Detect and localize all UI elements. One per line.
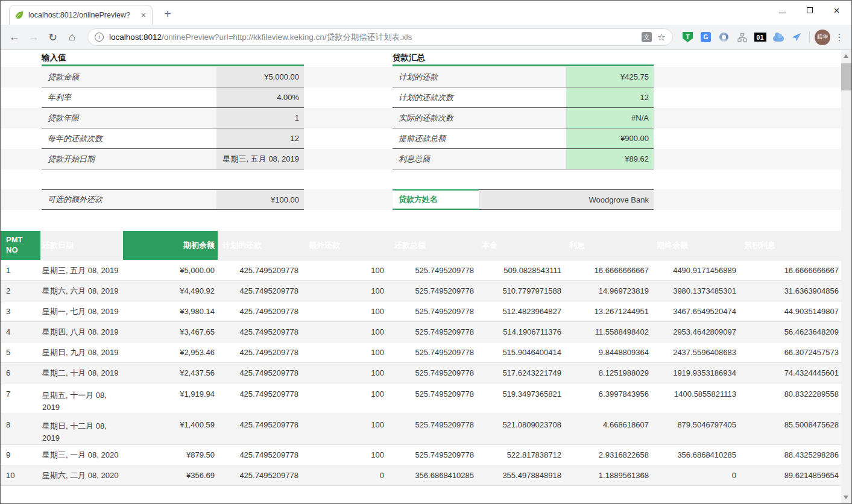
cell: 66.3072457573	[739, 342, 842, 362]
cell: 517.6243221749	[477, 363, 564, 383]
bookmark-star-icon[interactable]: ☆	[657, 31, 666, 43]
ring-extension-icon[interactable]	[716, 28, 732, 46]
input-row-value: 4.00%	[216, 87, 304, 108]
cell: 522.817838712	[477, 445, 564, 465]
close-window-button[interactable]: ×	[823, 2, 850, 19]
forward-button[interactable]: →	[25, 28, 42, 46]
cell: 80.8322289558	[739, 383, 842, 414]
maximize-icon	[807, 7, 813, 13]
input-table-title: 输入值	[42, 52, 66, 63]
cell: 3467.6549520474	[652, 301, 739, 321]
input-row-value: ¥5,000.00	[216, 67, 304, 87]
cell: 7	[1, 383, 40, 414]
tab-title: localhost:8012/onlinePreview?	[28, 11, 136, 19]
page-translate-icon[interactable]: 文	[642, 32, 652, 42]
window-controls: ×	[769, 2, 850, 19]
cell: 1919.9353186934	[652, 363, 739, 383]
cell: 星期六, 六月 08, 2019	[40, 281, 123, 301]
maximize-button[interactable]	[796, 2, 823, 19]
cell: 100	[304, 383, 390, 414]
browser-toolbar: ← → ↻ ⌂ i localhost:8012/onlinePreview?u…	[1, 25, 851, 50]
cell: 525.7495209778	[390, 301, 477, 321]
profile-avatar[interactable]: 精华	[815, 30, 830, 45]
cell: 5	[1, 342, 40, 362]
cell: ¥1,400.59	[123, 414, 218, 444]
scrollbar-thumb[interactable]	[841, 63, 851, 90]
input-row-value: 12	[216, 128, 304, 149]
cell: 100	[304, 301, 390, 321]
tab-close-icon[interactable]: ×	[140, 10, 147, 20]
cell: 44.9035149807	[739, 301, 842, 321]
site-info-icon[interactable]: i	[95, 33, 104, 42]
tampermonkey-extension-icon[interactable]: T	[680, 28, 696, 46]
schedule-row: 4星期四, 八月 08, 2019¥3,467.65425.7495209778…	[1, 322, 842, 342]
translate-extension-icon[interactable]: G	[698, 28, 714, 46]
cell: 525.7495209778	[390, 445, 477, 465]
cell: 100	[304, 322, 390, 342]
top-table-row: 贷款开始日期星期三, 五月 08, 2019利息总额¥89.62	[1, 149, 842, 169]
schedule-row: 5星期日, 九月 08, 2019¥2,953.46425.7495209778…	[1, 342, 842, 363]
input-row-value: 星期三, 五月 08, 2019	[216, 149, 304, 169]
cell: 2	[1, 281, 40, 301]
cell: 4490.9171456889	[652, 260, 739, 280]
scroll-up-icon[interactable]	[844, 54, 848, 58]
cell: 2437.5596408683	[652, 342, 739, 362]
summary-row-label: 计划的还款次数	[393, 87, 566, 108]
browser-tab[interactable]: localhost:8012/onlinePreview? ×	[9, 5, 153, 25]
url-text: localhost:8012/onlinePreview?url=http://…	[109, 32, 636, 43]
summary-table-title: 贷款汇总	[393, 52, 425, 63]
cell: 525.7495209778	[390, 383, 477, 414]
schedule-row: 1星期三, 五月 08, 2019¥5,000.00425.7495209778…	[1, 260, 842, 281]
cell: ¥1,919.94	[123, 383, 218, 414]
browser-window: localhost:8012/onlinePreview? × + × ← → …	[0, 0, 852, 504]
cell: 16.6666666667	[739, 260, 842, 280]
minimize-button[interactable]	[769, 2, 796, 19]
back-button[interactable]: ←	[5, 28, 23, 46]
input-row-label: 每年的还款次数	[42, 128, 216, 149]
cell: 425.7495209778	[218, 260, 304, 280]
cell: 425.7495209778	[218, 465, 304, 485]
cell: 100	[304, 342, 390, 362]
sitemap-extension-icon[interactable]	[734, 28, 750, 46]
cell: 100	[304, 363, 390, 383]
badge-01-extension-icon[interactable]: 01	[752, 28, 768, 46]
kkfileview-leaf-icon	[14, 10, 24, 20]
schedule-row: 10星期六, 二月 08, 2020¥356.69425.74952097780…	[1, 465, 842, 486]
cloud-extension-icon[interactable]	[770, 28, 786, 46]
cell: 425.7495209778	[218, 414, 304, 444]
cell: ¥2,437.56	[123, 363, 218, 383]
top-table-row: 贷款金额¥5,000.00计划的还款¥425.75	[1, 67, 842, 87]
column-header: 本金	[477, 231, 564, 260]
top-table-row: 每年的还款次数12提前还款总额¥900.00	[1, 128, 842, 149]
column-header: 还款日期	[40, 231, 123, 260]
extra-payment-value: ¥100.00	[216, 189, 304, 210]
new-tab-button[interactable]: +	[160, 6, 175, 22]
shield-icon: T	[683, 32, 693, 42]
column-header: PMT NO	[1, 231, 40, 260]
vertical-scrollbar[interactable]	[841, 50, 851, 503]
summary-row-label: 实际的还款次数	[393, 108, 566, 128]
bird-extension-icon[interactable]	[788, 28, 804, 46]
cell: 1400.5855821113	[652, 383, 739, 414]
browser-menu-icon[interactable]: ⋮	[832, 28, 847, 46]
summary-table-underline	[393, 65, 654, 66]
summary-row-value: ¥900.00	[566, 128, 654, 149]
cell: 2953.4642809097	[652, 322, 739, 342]
summary-row-value: 12	[566, 87, 654, 108]
summary-row-value: ¥89.62	[566, 149, 654, 169]
cell: 8.1251988029	[564, 363, 652, 383]
column-header: 计划的还款	[218, 231, 304, 260]
column-header: 利息	[564, 231, 652, 260]
cell: 11.5588498402	[564, 322, 652, 342]
home-button[interactable]: ⌂	[63, 28, 81, 46]
cell: 星期三, 五月 08, 2019	[40, 260, 123, 280]
input-table-underline	[42, 65, 304, 66]
cell: 16.6666666667	[564, 260, 652, 280]
scroll-down-icon[interactable]	[844, 496, 848, 499]
reload-button[interactable]: ↻	[44, 28, 62, 46]
cell: 74.4324445601	[739, 363, 842, 383]
cell: 星期六, 二月 08, 2020	[40, 465, 123, 485]
cell: 13.2671244951	[564, 301, 652, 321]
url-bar[interactable]: i localhost:8012/onlinePreview?url=http:…	[87, 28, 673, 46]
cell: 425.7495209778	[218, 363, 304, 383]
